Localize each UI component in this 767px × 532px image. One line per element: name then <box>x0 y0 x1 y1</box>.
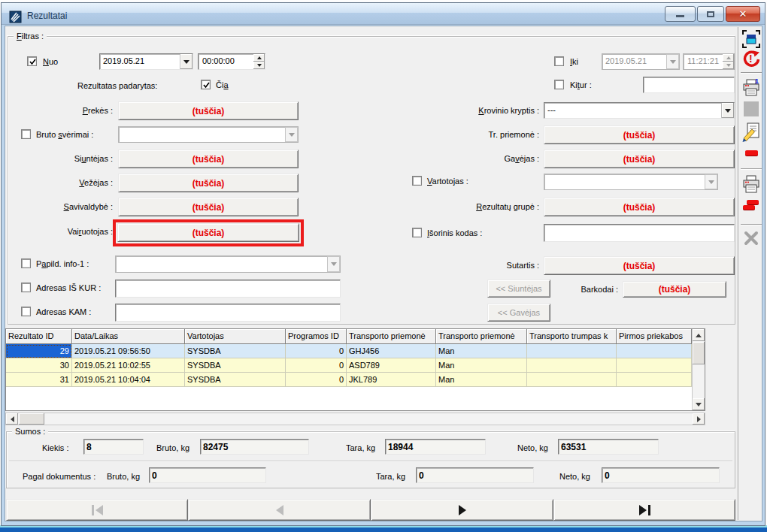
cell-pirmos-priekabos[interactable] <box>617 358 692 373</box>
fit-view-button[interactable] <box>741 30 761 48</box>
nuo-time-spinner[interactable]: 00:00:00 <box>198 53 265 70</box>
print-preview-button[interactable]: 1 <box>741 77 761 97</box>
cell-transporto-trumpas[interactable] <box>527 358 617 373</box>
copy-siuntejas-button[interactable]: << Siuntėjas <box>487 280 550 298</box>
iki-date-select[interactable]: 2019.05.21 <box>602 53 680 70</box>
cell-transporto-priemone-2[interactable]: Man <box>436 358 527 373</box>
kitur-checkbox[interactable] <box>554 80 564 89</box>
chevron-down-icon[interactable] <box>666 54 679 69</box>
cell-transporto-priemone-2[interactable]: Man <box>436 373 527 387</box>
spin-down-icon[interactable] <box>253 62 265 69</box>
chevron-down-icon[interactable] <box>705 174 717 189</box>
barkodai-button[interactable]: (tuščia) <box>623 281 726 298</box>
vairuotojas-button[interactable]: (tuščia) <box>117 223 299 242</box>
vertical-scroll-thumb[interactable] <box>693 342 705 364</box>
iki-checkbox[interactable] <box>554 56 564 66</box>
scroll-up-icon[interactable] <box>693 329 705 341</box>
siuntejas-button[interactable]: (tuščia) <box>118 150 299 168</box>
scroll-right-icon[interactable] <box>693 413 705 425</box>
krovinio-kryptis-select[interactable]: --- <box>544 102 735 119</box>
double-red-bar-button[interactable] <box>741 200 761 211</box>
column-header[interactable]: Transporto priemonė <box>347 329 436 344</box>
prekes-button[interactable]: (tuščia) <box>118 101 299 120</box>
blank-square-button[interactable] <box>741 101 761 116</box>
cell-pirmos-priekabos[interactable] <box>617 373 692 387</box>
cell-vartotojas[interactable]: SYSDBA <box>185 358 286 373</box>
cell-vartotojas[interactable]: SYSDBA <box>185 344 286 358</box>
next-record-button[interactable] <box>371 499 553 521</box>
column-header[interactable]: Transporto trumpas k <box>527 329 617 344</box>
vartotojas-select[interactable] <box>544 174 718 190</box>
papild-info-checkbox[interactable] <box>21 258 31 268</box>
chevron-down-icon[interactable] <box>180 54 193 69</box>
cell-transporto-priemone-2[interactable]: Man <box>436 344 527 358</box>
vertical-scrollbar[interactable] <box>692 329 705 410</box>
bruto-sverimai-checkbox[interactable] <box>21 129 31 139</box>
refresh-button[interactable]: ! <box>741 50 761 68</box>
adresas-kam-checkbox[interactable] <box>21 307 31 316</box>
cia-checkbox[interactable] <box>201 80 211 89</box>
spin-up-icon[interactable] <box>723 54 734 62</box>
cell-transporto-priemone[interactable]: JKL789 <box>347 373 436 387</box>
cell-transporto-trumpas[interactable] <box>527 344 617 358</box>
adresas-kam-input[interactable] <box>115 304 341 322</box>
title-bar[interactable]: Rezultatai <box>2 3 765 25</box>
column-header[interactable]: Rezultato ID <box>6 329 72 344</box>
chevron-down-icon[interactable] <box>721 103 734 118</box>
minimize-button[interactable] <box>665 6 696 22</box>
table-row[interactable]: 29 2019.05.21 09:56:50 SYSDBA 0 GHJ456 M… <box>6 344 692 358</box>
adresas-is-kur-input[interactable] <box>115 280 341 298</box>
vartotojas-checkbox[interactable] <box>412 176 422 186</box>
maximize-button[interactable] <box>697 6 724 22</box>
column-header[interactable]: Pirmos priekabos <box>617 329 692 344</box>
isorinis-kodas-checkbox[interactable] <box>412 228 422 237</box>
rezultatu-grupe-button[interactable]: (tuščia) <box>544 198 735 216</box>
vezejas-button[interactable]: (tuščia) <box>118 174 299 192</box>
iki-time-spinner[interactable]: 11:21:21 <box>683 53 735 70</box>
column-header[interactable]: Data/Laikas <box>72 329 185 344</box>
chevron-down-icon[interactable] <box>285 127 298 142</box>
isorinis-kodas-input[interactable] <box>544 224 735 242</box>
cell-vartotojas[interactable]: SYSDBA <box>185 373 286 387</box>
copy-gavejas-button[interactable]: << Gavėjas <box>487 304 550 322</box>
prior-record-button[interactable] <box>188 499 371 521</box>
column-header[interactable]: Transporto priemonė <box>436 329 527 344</box>
cell-programos-id[interactable]: 0 <box>286 358 347 373</box>
sutartis-button[interactable]: (tuščia) <box>544 256 735 275</box>
cell-data-laikas[interactable]: 2019.05.21 10:04:04 <box>72 373 185 387</box>
column-header[interactable]: Vartotojas <box>185 329 286 344</box>
tr-priemone-button[interactable]: (tuščia) <box>544 125 735 144</box>
spin-down-icon[interactable] <box>723 62 734 69</box>
cell-data-laikas[interactable]: 2019.05.21 09:56:50 <box>72 344 185 358</box>
bruto-sverimai-select[interactable] <box>118 126 299 143</box>
spin-up-icon[interactable] <box>253 54 265 62</box>
papild-info-select[interactable] <box>115 255 341 273</box>
first-record-button[interactable] <box>6 499 188 521</box>
adresas-is-kur-checkbox[interactable] <box>21 283 31 292</box>
close-button[interactable]: ✕ <box>726 6 760 22</box>
column-header[interactable]: Programos ID <box>286 329 347 344</box>
cell-programos-id[interactable]: 0 <box>286 373 347 387</box>
scroll-down-icon[interactable] <box>693 398 705 410</box>
print-button[interactable] <box>741 174 761 194</box>
single-red-bar-button[interactable] <box>741 150 761 156</box>
cell-rezultato-id[interactable]: 30 <box>6 358 72 373</box>
cell-transporto-priemone[interactable]: GHJ456 <box>347 344 436 358</box>
table-row[interactable]: 31 2019.05.21 10:04:04 SYSDBA 0 JKL789 M… <box>6 373 692 387</box>
nuo-checkbox[interactable] <box>27 56 37 66</box>
cell-programos-id[interactable]: 0 <box>286 344 347 358</box>
cell-rezultato-id[interactable]: 31 <box>6 373 72 387</box>
edit-record-button[interactable] <box>741 122 761 143</box>
savivaldybe-button[interactable]: (tuščia) <box>118 198 299 216</box>
cell-pirmos-priekabos[interactable] <box>617 344 692 358</box>
kitur-input[interactable] <box>643 77 735 93</box>
cell-transporto-priemone[interactable]: ASD789 <box>347 358 436 373</box>
horizontal-scroll-thumb[interactable] <box>19 413 44 425</box>
table-row[interactable]: 30 2019.05.21 10:02:55 SYSDBA 0 ASD789 M… <box>6 358 692 373</box>
gavejas-button[interactable]: (tuščia) <box>544 150 735 168</box>
cell-data-laikas[interactable]: 2019.05.21 10:02:55 <box>72 358 185 373</box>
delete-button[interactable] <box>741 230 761 246</box>
last-record-button[interactable] <box>553 499 735 521</box>
cell-rezultato-id[interactable]: 29 <box>6 344 72 358</box>
chevron-down-icon[interactable] <box>327 256 340 272</box>
